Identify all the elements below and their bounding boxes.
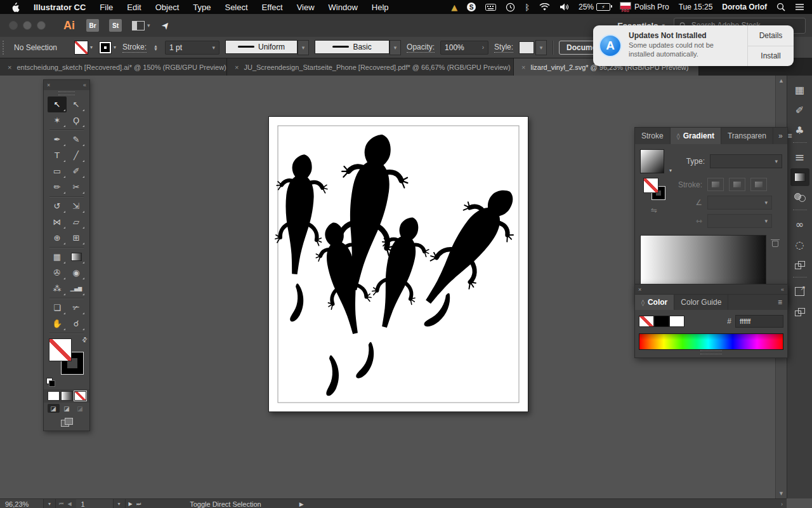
input-source[interactable]: PRO Polish Pro — [620, 2, 669, 13]
details-button[interactable]: Details — [748, 25, 794, 46]
slice-tool[interactable]: ✃ — [67, 300, 86, 316]
stroke-weight-stepper[interactable]: ▲▼ — [152, 44, 159, 51]
fill-color-control[interactable]: ▾ — [74, 41, 93, 55]
chevron-down-icon[interactable]: ▾ — [669, 168, 672, 173]
menu-type[interactable]: Type — [193, 3, 211, 12]
zoom-level-field[interactable]: 96,23% — [0, 499, 44, 508]
none-swatch[interactable] — [639, 316, 654, 327]
swap-fill-stroke-icon[interactable]: ⇄ — [80, 335, 89, 344]
reverse-gradient-icon[interactable]: ⇋ — [651, 206, 657, 215]
skype-icon[interactable]: S — [467, 3, 476, 11]
scroll-right-icon[interactable]: › — [781, 501, 787, 507]
menu-app-name[interactable]: Illustrator CC — [34, 3, 86, 12]
draw-behind-button[interactable]: ◪ — [61, 404, 73, 413]
draw-inside-button[interactable]: ◪ — [74, 404, 86, 413]
hand-tool[interactable]: ✋ — [48, 316, 67, 331]
mesh-tool[interactable]: ▦ — [48, 249, 67, 265]
stroke-panel-link[interactable]: Stroke: — [122, 43, 147, 53]
direct-selection-tool[interactable]: ↖ — [67, 97, 86, 112]
fill-stroke-indicator[interactable] — [643, 178, 665, 199]
collapse-icon[interactable]: « — [83, 82, 86, 88]
notification-center-icon[interactable] — [795, 2, 804, 12]
delete-stop-icon[interactable] — [771, 239, 779, 247]
width-profile-control[interactable]: Uniform▾ — [225, 40, 309, 55]
apple-menu-icon[interactable] — [11, 2, 20, 12]
tab-stroke[interactable]: Stroke — [635, 128, 671, 144]
battery-status[interactable]: 25% ⚡ — [579, 3, 610, 11]
white-swatch[interactable] — [669, 316, 684, 327]
fill-proxy-none[interactable] — [49, 338, 72, 361]
spotlight-search-icon[interactable] — [776, 2, 785, 12]
brush-definition-control[interactable]: Basic▾ — [315, 40, 401, 55]
magic-wand-tool[interactable]: ✶ — [48, 112, 67, 128]
tab-transparency[interactable]: Transparen — [721, 128, 773, 144]
update-warning-icon[interactable]: ▲ — [451, 2, 457, 12]
style-panel-link[interactable]: Style: — [494, 43, 513, 53]
lizard-artwork[interactable] — [269, 117, 528, 411]
panel-resize-grip[interactable] — [639, 350, 783, 355]
tab-gradient[interactable]: ◊Gradient — [671, 128, 721, 144]
eyedropper-tool[interactable]: ✇ — [48, 265, 67, 281]
stock-button[interactable]: St — [109, 19, 122, 32]
asset-export-panel-icon[interactable]: ↗ — [790, 283, 809, 300]
gradient-button[interactable] — [61, 391, 73, 401]
close-window-button[interactable] — [9, 21, 18, 30]
brushes-panel-icon[interactable]: ✐ — [790, 101, 809, 119]
close-icon[interactable]: × — [8, 64, 11, 71]
pen-tool[interactable]: ✒ — [48, 131, 67, 147]
paintbrush-tool[interactable]: ✐ — [67, 163, 86, 179]
rectangle-tool[interactable]: ▭ — [48, 163, 67, 179]
gradient-angle-dropdown[interactable]: ▾ — [707, 196, 772, 210]
scissors-tool[interactable]: ✂ — [67, 179, 86, 195]
panel-menu-icon[interactable]: ≡ — [778, 298, 782, 307]
stroke-color-control[interactable]: ▾ — [99, 41, 117, 54]
perspective-grid-tool[interactable]: ⊞ — [67, 230, 86, 246]
type-tool[interactable]: T — [48, 147, 67, 163]
adjustments-panel-icon[interactable]: ◌ — [790, 236, 809, 253]
stroke-gradient-along-button[interactable] — [729, 178, 745, 191]
shape-builder-tool[interactable]: ⊕ — [48, 230, 67, 246]
dock-grip[interactable] — [790, 275, 809, 281]
arrange-documents-button[interactable]: ▾ — [132, 21, 150, 30]
scale-tool[interactable]: ⇲ — [67, 198, 86, 214]
gradient-tool[interactable] — [67, 249, 86, 265]
expand-panel-icon[interactable]: » — [778, 131, 783, 140]
gpu-performance-icon[interactable]: ➤ — [159, 18, 173, 32]
panel-drag-grip[interactable] — [44, 90, 89, 97]
gradient-panel-icon[interactable] — [790, 168, 809, 186]
opacity-panel-link[interactable]: Opacity: — [407, 43, 435, 53]
cc-libraries-panel-icon[interactable]: ∞ — [790, 215, 809, 233]
curvature-tool[interactable]: ✎ — [67, 131, 86, 147]
selection-tool[interactable]: ↖ — [48, 97, 67, 112]
close-icon[interactable]: × — [235, 64, 239, 71]
menu-window[interactable]: Window — [329, 3, 358, 12]
artboard-dropdown-icon[interactable]: ▾ — [114, 499, 126, 508]
black-swatch[interactable] — [654, 316, 669, 327]
document-tab[interactable]: × JU_Screendesign_Startseite_Phone [Reco… — [227, 58, 514, 76]
keyboard-icon[interactable] — [485, 2, 496, 12]
first-artboard-icon[interactable]: ⏮ ◀ — [56, 501, 76, 507]
user-name[interactable]: Dorota Orlof — [722, 3, 767, 11]
close-icon[interactable]: × — [47, 82, 50, 88]
artboard-tool[interactable]: ❏ — [48, 300, 67, 316]
menubar-clock[interactable]: Tue 15:25 — [679, 3, 713, 11]
draw-normal-button[interactable]: ◪ — [48, 404, 60, 413]
tab-color-guide[interactable]: Color Guide — [674, 295, 728, 310]
default-fill-stroke-icon[interactable] — [46, 378, 55, 387]
volume-icon[interactable] — [560, 2, 569, 12]
layers-panel-icon[interactable] — [790, 303, 809, 321]
artboard-page[interactable] — [268, 116, 528, 412]
bridge-button[interactable]: Br — [86, 19, 99, 32]
panel-grip[interactable] — [3, 41, 7, 55]
screen-mode-button[interactable] — [44, 415, 89, 431]
stroke-panel-icon[interactable]: ≡ — [790, 148, 809, 166]
bluetooth-icon[interactable]: ᛒ — [525, 2, 530, 12]
menu-edit[interactable]: Edit — [127, 3, 141, 12]
swatches-panel-icon[interactable]: ▦ — [790, 81, 809, 98]
close-icon[interactable]: × — [521, 64, 525, 71]
menu-object[interactable]: Object — [155, 3, 180, 12]
rotate-tool[interactable]: ↺ — [48, 198, 67, 214]
scroll-up-icon[interactable]: ▲ — [778, 77, 784, 84]
menu-view[interactable]: View — [297, 3, 315, 12]
symbol-sprayer-tool[interactable]: ⁂ — [48, 281, 67, 297]
